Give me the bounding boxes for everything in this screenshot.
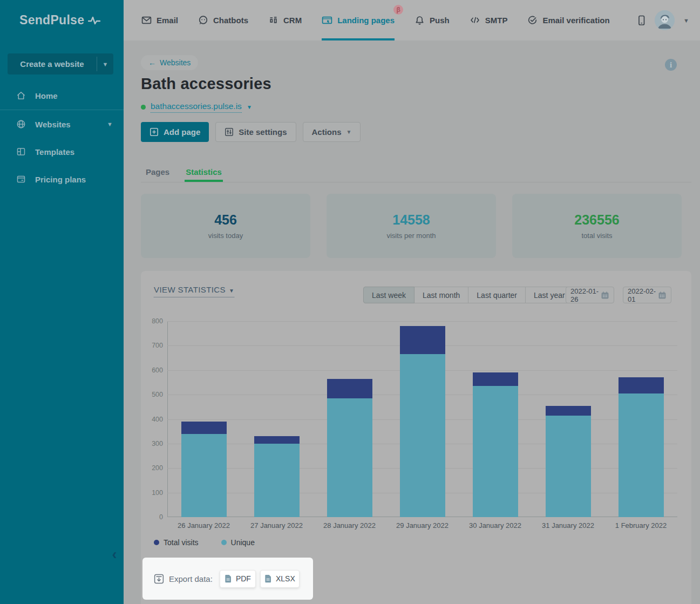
document-icon [264, 574, 272, 583]
nav-item-email-verification[interactable]: Email verification [527, 0, 609, 40]
top-bar: SendPulse Email Chatbots CRM Landing pag… [0, 0, 700, 40]
bar-unique [181, 434, 227, 517]
nav-label: CRM [283, 16, 302, 25]
grid-line [167, 321, 677, 322]
stat-card-visits-today: 456 visits today [141, 194, 310, 258]
site-settings-button[interactable]: Site settings [215, 122, 296, 142]
export-download-icon [154, 574, 164, 584]
nav-label: SMTP [485, 16, 508, 25]
sidebar-item-label: Home [35, 91, 58, 100]
chart-plot: 010020030040050060070080026 January 2022… [167, 321, 677, 517]
pulse-icon [88, 16, 102, 25]
tab-pages[interactable]: Pages [145, 162, 171, 182]
home-icon [16, 91, 26, 100]
y-axis-tick-label: 100 [138, 489, 163, 497]
sidebar-item-home[interactable]: Home [0, 85, 124, 106]
export-label-row: Export data: [154, 574, 213, 584]
globe-icon [16, 119, 26, 129]
range-last-quarter-button[interactable]: Last quarter [468, 287, 526, 303]
legend-label: Total visits [164, 538, 199, 547]
y-axis-tick-label: 200 [138, 464, 163, 472]
chevron-down-icon[interactable]: ▼ [247, 104, 252, 110]
page-title: Bath accessories [141, 75, 271, 93]
chevron-down-icon: ▼ [229, 288, 234, 294]
legend-dot [221, 540, 227, 545]
date-range-buttons: Last week Last month Last quarter Last y… [363, 287, 574, 303]
date-to-input[interactable]: 2022-02-01 [623, 287, 671, 303]
y-axis-tick-label: 400 [138, 416, 163, 423]
create-website-button[interactable]: Create a website ▼ [8, 53, 113, 74]
actions-button[interactable]: Actions ▼ [303, 122, 361, 142]
date-from-input[interactable]: 2022-01-26 [566, 287, 614, 303]
range-last-month-button[interactable]: Last month [414, 287, 468, 303]
nav-label: Email [157, 16, 178, 25]
bar-unique [619, 393, 664, 517]
stat-value: 456 [214, 212, 237, 228]
templates-icon [16, 147, 26, 157]
x-axis-label: 28 January 2022 [313, 521, 386, 530]
date-from-value: 2022-01-26 [570, 287, 601, 303]
site-settings-label: Site settings [239, 127, 287, 137]
status-dot [141, 105, 146, 110]
avatar[interactable] [655, 10, 675, 30]
nav-label: Email verification [542, 16, 609, 25]
legend-label: Unique [231, 538, 255, 547]
tabs: Pages Statistics [141, 162, 691, 182]
back-label: Websites [160, 58, 191, 67]
logo[interactable]: SendPulse [0, 0, 124, 40]
nav-item-smtp[interactable]: SMTP [470, 0, 508, 40]
sidebar-item-pricing-plans[interactable]: Pricing plans [0, 169, 124, 189]
bar-unique [327, 398, 372, 517]
export-pdf-button[interactable]: PDF [220, 570, 256, 588]
stat-value: 236556 [574, 212, 619, 228]
export-data-panel: Export data: PDF XLSX [142, 558, 313, 600]
export-label: Export data: [169, 574, 213, 583]
chevron-down-icon[interactable]: ▼ [97, 53, 113, 74]
view-statistics-dropdown[interactable]: VIEW STATISTICS▼ [154, 285, 234, 297]
actions-label: Actions [312, 127, 342, 137]
domain-row: bathaccessories.pulse.is ▼ [141, 101, 252, 113]
chart-legend: Total visits Unique [154, 538, 255, 547]
nav-item-email[interactable]: Email [141, 0, 178, 40]
add-square-icon [149, 127, 159, 137]
bar-unique [546, 416, 591, 517]
x-axis-label: 27 January 2022 [240, 521, 313, 530]
date-to-value: 2022-02-01 [628, 287, 658, 303]
legend-item-unique: Unique [221, 538, 255, 547]
tab-statistics[interactable]: Statistics [185, 162, 223, 182]
nav-item-crm[interactable]: CRM [268, 0, 302, 40]
bar-unique [254, 444, 300, 517]
top-navigation: Email Chatbots CRM Landing pages β Push … [124, 0, 700, 40]
stat-label: visits today [208, 232, 243, 240]
nav-item-landing-pages[interactable]: Landing pages β [322, 0, 395, 40]
add-page-button[interactable]: Add page [141, 122, 209, 142]
legend-item-total-visits: Total visits [154, 538, 199, 547]
info-icon[interactable]: i [665, 59, 677, 71]
back-to-websites-button[interactable]: ← Websites [141, 55, 198, 70]
range-last-week-button[interactable]: Last week [363, 287, 414, 303]
top-bar-right: ▼ [637, 0, 700, 40]
y-axis-tick-label: 500 [138, 391, 163, 398]
bell-icon [414, 15, 425, 25]
sidebar-item-templates[interactable]: Templates [0, 141, 124, 162]
main-content: ← Websites i Bath accessories bathaccess… [124, 40, 700, 604]
nav-item-push[interactable]: Push [414, 0, 450, 40]
y-axis-tick-label: 600 [138, 367, 163, 374]
x-axis-label: 30 January 2022 [459, 521, 532, 530]
sidebar-collapse-icon[interactable]: ‹ [108, 547, 121, 562]
chevron-down-icon: ▼ [346, 129, 352, 135]
calendar-icon [601, 291, 609, 300]
chevron-down-icon: ▼ [107, 121, 113, 127]
sidebar-item-websites[interactable]: Websites ▼ [0, 114, 124, 134]
pricing-card-icon [16, 174, 26, 184]
check-circle-icon [527, 15, 538, 25]
site-domain-link[interactable]: bathaccessories.pulse.is [151, 101, 242, 113]
nav-item-chatbots[interactable]: Chatbots [198, 0, 248, 40]
landing-pages-icon [322, 15, 332, 25]
stat-value: 14558 [392, 212, 430, 228]
mobile-phone-icon[interactable] [637, 15, 646, 26]
create-website-label: Create a website [8, 53, 97, 74]
document-icon [225, 574, 232, 583]
export-xlsx-button[interactable]: XLSX [260, 570, 300, 588]
account-menu-caret-icon[interactable]: ▼ [683, 17, 689, 24]
